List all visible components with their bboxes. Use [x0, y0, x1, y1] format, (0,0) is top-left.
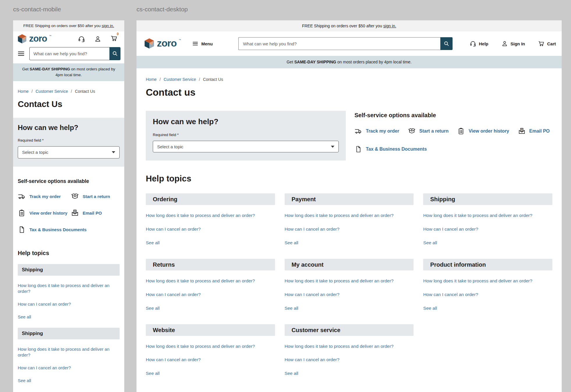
how-can-we-help-panel: How can we help? Required field * Select… — [146, 111, 346, 161]
breadcrumb-home[interactable]: Home — [18, 89, 29, 94]
breadcrumb-separator: / — [199, 77, 200, 82]
menu-button[interactable]: Menu — [192, 40, 213, 47]
topic-question-link[interactable]: How can I cancel an order? — [146, 292, 275, 298]
same-day-suffix: on most orders placed by 4pm local time. — [336, 60, 412, 64]
topic-question-link[interactable]: How long does it take to process and del… — [146, 343, 275, 350]
search-button[interactable] — [109, 47, 120, 60]
topic-question-link[interactable]: How long does it take to process and del… — [146, 278, 275, 284]
topic-header: Shipping — [423, 193, 552, 205]
order-history-icon — [457, 127, 465, 135]
breadcrumb-customer-service[interactable]: Customer Service — [36, 89, 68, 94]
topic-question-link[interactable]: How long does it take to process and del… — [146, 213, 275, 219]
desktop-header: zoro ™ Menu Help Sign In Cart — [136, 31, 562, 56]
topic-header: Product information — [423, 259, 552, 270]
breadcrumb-separator: / — [159, 77, 161, 82]
topic-question-link[interactable]: How long does it take to process and del… — [423, 213, 552, 219]
free-shipping-text: FREE Shipping on orders over $50 after y… — [302, 24, 383, 28]
topic-question-link[interactable]: How can I cancel an order? — [285, 357, 414, 363]
svg-text:$: $ — [74, 210, 76, 213]
how-help-title: How can we help? — [153, 117, 339, 126]
help-topics-title: Help topics — [18, 250, 120, 256]
email-po-icon: $ — [518, 127, 526, 135]
canvas: { "panels": { "mobile_label": "cs-contac… — [0, 0, 571, 392]
help-topic-card: Website How long does it take to process… — [146, 324, 275, 377]
topic-question-link[interactable]: How can I cancel an order? — [18, 365, 120, 371]
email-po-link[interactable]: $ Email PO — [71, 209, 120, 217]
help-headset-icon[interactable] — [78, 35, 85, 43]
track-my-order-link[interactable]: Track my order — [354, 127, 399, 135]
see-all-link[interactable]: See all — [146, 240, 275, 246]
main-row: How can we help? Required field * Select… — [146, 111, 552, 161]
hamburger-menu-icon[interactable] — [17, 50, 25, 58]
topic-select-placeholder: Select a topic — [22, 150, 48, 155]
topic-select[interactable]: Select a topic — [18, 146, 120, 158]
cart-label: Cart — [547, 41, 556, 46]
tax-business-documents-link[interactable]: Tax & Business Documents — [18, 226, 120, 234]
cart-button[interactable]: 0 — [110, 35, 118, 43]
same-day-shipping-banner: Get SAME-DAY SHIPPING on most orders pla… — [136, 56, 562, 68]
see-all-link[interactable]: See all — [18, 378, 120, 384]
option-label: View order history — [469, 129, 509, 134]
option-label: Email PO — [529, 129, 550, 134]
zoro-logo[interactable]: zoro ™ — [17, 34, 51, 44]
topic-select[interactable]: Select a topic — [153, 141, 339, 152]
brand-wordmark: zoro — [29, 34, 47, 43]
account-icon[interactable] — [94, 35, 102, 43]
tax-business-documents-link[interactable]: Tax & Business Documents — [354, 145, 552, 153]
return-box-icon — [408, 127, 416, 135]
help-topics-grid: Ordering How long does it take to proces… — [146, 193, 552, 377]
sign-in-link[interactable]: sign in. — [102, 24, 114, 28]
cart-button[interactable]: Cart — [538, 40, 556, 47]
sign-in-link[interactable]: sign in. — [383, 24, 396, 28]
topic-question-link[interactable]: How long does it take to process and del… — [285, 278, 414, 284]
topic-question-link[interactable]: How long does it take to process and del… — [423, 278, 552, 284]
see-all-link[interactable]: See all — [18, 314, 120, 320]
see-all-link[interactable]: See all — [146, 370, 275, 377]
start-a-return-link[interactable]: Start a return — [408, 127, 448, 135]
sign-in-button[interactable]: Sign In — [501, 40, 525, 47]
topic-question-link[interactable]: How long does it take to process and del… — [18, 346, 120, 358]
topic-question-link[interactable]: How can I cancel an order? — [146, 226, 275, 232]
topic-question-link[interactable]: How can I cancel an order? — [18, 301, 120, 307]
see-all-link[interactable]: See all — [285, 240, 414, 246]
see-all-link[interactable]: See all — [285, 305, 414, 311]
search-input[interactable] — [29, 47, 109, 60]
topic-question-link[interactable]: How long does it take to process and del… — [285, 213, 414, 219]
document-icon — [354, 145, 362, 153]
start-a-return-link[interactable]: Start a return — [71, 193, 120, 200]
view-order-history-link[interactable]: View order history — [457, 127, 509, 135]
see-all-link[interactable]: See all — [146, 305, 275, 311]
topic-question-link[interactable]: How can I cancel an order? — [423, 226, 552, 232]
topic-question-link[interactable]: How can I cancel an order? — [423, 292, 552, 298]
see-all-link[interactable]: See all — [423, 305, 552, 311]
breadcrumb-customer-service[interactable]: Customer Service — [164, 77, 196, 82]
zoro-logo[interactable]: zoro ™ — [144, 38, 181, 49]
email-po-link[interactable]: $ Email PO — [518, 127, 550, 135]
help-button[interactable]: Help — [469, 40, 488, 47]
see-all-link[interactable]: See all — [285, 370, 414, 377]
return-box-icon — [71, 193, 79, 200]
free-shipping-banner: FREE Shipping on orders over $50 after y… — [136, 20, 562, 31]
topic-question-link[interactable]: How can I cancel an order? — [285, 292, 414, 298]
breadcrumb-home[interactable]: Home — [146, 77, 157, 82]
free-shipping-text: FREE Shipping on orders over $50 after y… — [23, 24, 102, 28]
see-all-link[interactable]: See all — [423, 240, 552, 246]
help-label: Help — [479, 41, 488, 46]
track-my-order-link[interactable]: Track my order — [18, 193, 71, 200]
self-service-title: Self-service options available — [18, 178, 120, 184]
header-nav: Help Sign In Cart — [469, 40, 556, 47]
menu-label: Menu — [201, 41, 213, 46]
topic-question-link[interactable]: How can I cancel an order? — [146, 357, 275, 363]
topic-question-link[interactable]: How can I cancel an order? — [285, 226, 414, 232]
self-service-section: Self-service options available Track my … — [354, 112, 552, 153]
option-label: Track my order — [366, 129, 399, 134]
brand-wordmark: zoro — [157, 38, 177, 48]
search-button[interactable] — [440, 37, 453, 50]
view-order-history-link[interactable]: View order history — [18, 209, 71, 217]
topic-question-link[interactable]: How long does it take to process and del… — [285, 343, 414, 350]
cart-count-badge: 0 — [117, 32, 119, 36]
topic-question-link[interactable]: How long does it take to process and del… — [18, 283, 120, 295]
option-label: Tax & Business Documents — [366, 147, 427, 152]
hamburger-menu-icon — [192, 40, 198, 47]
search-input[interactable] — [238, 37, 441, 50]
